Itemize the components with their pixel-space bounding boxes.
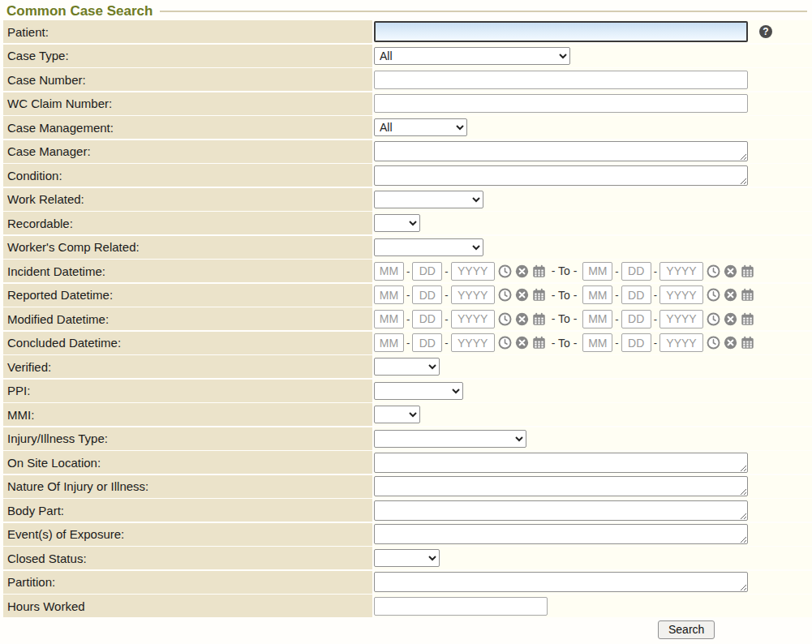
date-dash: - <box>654 289 657 301</box>
clear-icon[interactable] <box>724 336 737 350</box>
field-label: PPI: <box>3 380 372 402</box>
to-separator: - To - <box>552 264 578 277</box>
clock-icon[interactable] <box>498 288 512 302</box>
partition-textarea[interactable] <box>374 572 748 592</box>
wc-claim-number-input[interactable] <box>374 94 748 113</box>
field-cell: - - - To - - - <box>374 307 812 330</box>
clear-icon[interactable] <box>515 288 529 302</box>
case-manager-textarea[interactable] <box>374 141 748 161</box>
day-input[interactable] <box>412 262 442 281</box>
case-number-input[interactable] <box>374 71 748 89</box>
recordable-select[interactable] <box>374 214 420 232</box>
events-of-exposure-textarea[interactable] <box>374 524 748 544</box>
clock-icon[interactable] <box>707 336 720 350</box>
work-related-select[interactable] <box>374 191 483 208</box>
calendar-icon[interactable] <box>532 312 546 326</box>
day-input[interactable] <box>621 262 651 281</box>
form-row-hours-worked: Hours Worked <box>3 595 812 617</box>
month-input[interactable] <box>582 310 612 328</box>
clock-icon[interactable] <box>498 312 512 326</box>
body-part-textarea[interactable] <box>374 500 748 521</box>
month-input[interactable] <box>582 286 612 304</box>
year-input[interactable] <box>659 262 703 281</box>
year-input[interactable] <box>451 286 495 304</box>
clear-icon[interactable] <box>724 288 737 302</box>
patient-input[interactable] <box>374 21 748 42</box>
field-cell <box>374 164 812 187</box>
date-dash: - <box>615 289 618 301</box>
nature-of-injury-textarea[interactable] <box>374 476 748 496</box>
on-site-location-textarea[interactable] <box>374 453 748 473</box>
clear-icon[interactable] <box>515 312 529 326</box>
date-dash: - <box>654 313 657 325</box>
closed-status-select[interactable] <box>374 549 440 567</box>
day-input[interactable] <box>621 333 651 352</box>
form-row-on-site-location: On Site Location: <box>3 451 812 474</box>
month-input[interactable] <box>374 310 404 328</box>
help-icon[interactable]: ? <box>759 25 772 38</box>
verified-select[interactable] <box>374 358 440 376</box>
calendar-icon[interactable] <box>741 264 754 278</box>
clear-icon[interactable] <box>724 312 737 326</box>
month-input[interactable] <box>582 262 612 281</box>
month-input[interactable] <box>582 333 612 352</box>
year-input[interactable] <box>659 286 703 304</box>
day-input[interactable] <box>621 310 651 328</box>
day-input[interactable] <box>412 286 442 304</box>
mmi-select[interactable] <box>374 406 420 423</box>
date-dash: - <box>445 289 448 301</box>
clock-icon[interactable] <box>707 264 720 278</box>
injury-illness-type-select[interactable] <box>374 430 526 448</box>
clock-icon[interactable] <box>707 288 720 302</box>
field-cell <box>374 140 812 163</box>
calendar-icon[interactable] <box>741 336 754 350</box>
year-input[interactable] <box>451 262 495 281</box>
to-separator: - To - <box>552 312 578 325</box>
field-cell: All <box>374 45 812 67</box>
clear-icon[interactable] <box>515 336 529 350</box>
field-label: Case Management: <box>3 116 372 139</box>
year-input[interactable] <box>451 333 495 352</box>
year-input[interactable] <box>451 310 495 328</box>
to-separator: - To - <box>552 337 578 350</box>
section-header: Common Case Search <box>0 0 812 20</box>
workers-comp-related-select[interactable] <box>374 238 483 256</box>
ppi-select[interactable] <box>374 382 463 400</box>
case-type-select[interactable]: All <box>374 47 570 65</box>
clock-icon[interactable] <box>707 312 720 326</box>
year-input[interactable] <box>659 310 703 328</box>
field-cell <box>374 475 812 498</box>
day-input[interactable] <box>412 333 442 352</box>
form-row-actions: Search <box>3 619 812 642</box>
hours-worked-input[interactable] <box>374 597 548 616</box>
month-input[interactable] <box>374 286 404 304</box>
clock-icon[interactable] <box>498 336 512 350</box>
day-input[interactable] <box>412 310 442 328</box>
form-row-recordable: Recordable: <box>3 212 812 234</box>
field-label: WC Claim Number: <box>3 92 372 115</box>
field-label: Hours Worked <box>3 595 372 617</box>
form-row-concluded-datetime: Concluded Datetime: - - - To - - - <box>3 332 812 354</box>
day-input[interactable] <box>621 286 651 304</box>
clear-icon[interactable] <box>515 264 529 278</box>
field-label: Incident Datetime: <box>3 260 372 282</box>
date-dash: - <box>615 265 618 277</box>
form-row-mmi: MMI: <box>3 403 812 426</box>
calendar-icon[interactable] <box>741 288 754 302</box>
year-input[interactable] <box>659 333 703 352</box>
form-row-case-manager: Case Manager: <box>3 140 812 163</box>
field-cell <box>374 188 812 211</box>
search-button[interactable]: Search <box>658 620 715 639</box>
field-label: Partition: <box>3 571 372 594</box>
clock-icon[interactable] <box>498 264 512 278</box>
calendar-icon[interactable] <box>532 288 546 302</box>
condition-textarea[interactable] <box>374 165 748 186</box>
date-dash: - <box>445 337 448 349</box>
month-input[interactable] <box>374 262 404 281</box>
calendar-icon[interactable] <box>532 264 546 278</box>
calendar-icon[interactable] <box>532 336 546 350</box>
clear-icon[interactable] <box>724 264 737 278</box>
calendar-icon[interactable] <box>741 312 754 326</box>
case-management-select[interactable]: All <box>374 118 467 136</box>
month-input[interactable] <box>374 333 404 352</box>
